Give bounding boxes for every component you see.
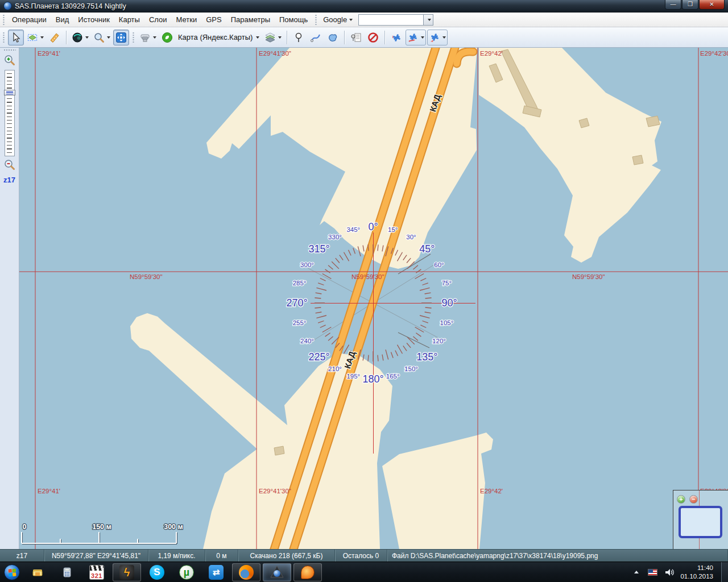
chevron-down-icon (107, 36, 110, 39)
menu-layers[interactable]: Слои (144, 14, 172, 26)
ruler-button[interactable] (47, 30, 63, 45)
menu-gps[interactable]: GPS (201, 14, 226, 26)
show-desktop-button[interactable] (721, 562, 728, 582)
taskbar-winamp-button[interactable]: ϟ (113, 563, 141, 581)
placemark-manager-button[interactable] (348, 30, 364, 45)
compass-label-60: 60° (434, 261, 444, 268)
compass-label-315: 315° (309, 243, 330, 255)
compass-label-75: 75° (442, 280, 452, 286)
explorer-icon (32, 567, 43, 578)
gps-track-icon (407, 32, 419, 43)
keyboard-layout-icon[interactable] (648, 569, 657, 576)
device-icon (139, 32, 151, 43)
menu-placemarks[interactable]: Метки (172, 14, 202, 26)
show-hidden-icons-button[interactable] (634, 571, 639, 573)
chevron-down-icon (40, 36, 44, 39)
tray-date: 01.10.2013 (680, 572, 713, 580)
compass-label-225: 225° (309, 351, 330, 363)
chevron-down-icon (442, 36, 446, 39)
taskbar-explorer-button[interactable] (23, 563, 52, 582)
lat-label-3: N59°59'30" (572, 273, 605, 280)
fill-map-button[interactable] (70, 30, 90, 45)
title-bar[interactable]: SAS.Планета 130929.7514 Nightly — ❐ ✕ (0, 0, 728, 13)
search-input[interactable] (359, 15, 423, 25)
chevron-down-icon (349, 19, 353, 21)
zoom-slider-handle[interactable] (4, 90, 15, 95)
calculator-icon (61, 567, 73, 578)
gps-connect-button[interactable] (388, 30, 404, 45)
compass-label-105: 105° (440, 319, 454, 326)
map-selector-label[interactable]: Карта (Яндекс.Карты) (178, 33, 253, 41)
window-title: SAS.Планета 130929.7514 Nightly (15, 2, 126, 10)
selection-tool-button[interactable] (25, 30, 46, 45)
menu-settings[interactable]: Параметры (226, 14, 275, 26)
google-search-selector[interactable]: Google (320, 14, 356, 25)
yandex-maps-icon (162, 32, 173, 43)
compass-label-330: 330° (328, 234, 342, 240)
compass-label-120: 120° (432, 338, 446, 344)
combo-dropdown-button[interactable] (423, 15, 433, 25)
search-combobox[interactable] (358, 14, 433, 26)
zoom-out-button[interactable] (3, 159, 16, 171)
gps-track-button[interactable] (406, 30, 426, 45)
compass-label-255: 255° (293, 319, 307, 326)
fullscreen-button[interactable] (113, 30, 129, 45)
zoom-slider[interactable] (5, 70, 15, 156)
lon-label-top-1: E29°41' (38, 50, 60, 57)
taskbar-mpc-button[interactable]: 321 (82, 563, 111, 582)
chevron-down-icon (278, 36, 282, 39)
minimap-viewport-rect[interactable] (679, 506, 722, 538)
menu-maps[interactable]: Карты (114, 14, 144, 26)
minimap-zoom-in-button[interactable]: + (677, 495, 685, 504)
zoom-in-button[interactable] (3, 54, 16, 66)
close-button[interactable]: ✕ (699, 0, 725, 10)
pan-cursor-button[interactable] (8, 30, 24, 45)
toolbar-separator (384, 31, 385, 44)
gps-marker-button[interactable] (427, 30, 448, 45)
chevron-down-icon (85, 36, 89, 39)
map-view[interactable]: 0°15°30°45°60°75°90°105°120°135°150°165°… (19, 48, 728, 549)
compass-label-345: 345° (346, 226, 360, 233)
magnifier-icon (93, 32, 105, 43)
taskbar-utorrent-button[interactable]: µ (172, 563, 201, 582)
toolbar-separator (344, 31, 345, 44)
taskbar-gom-button[interactable] (293, 563, 322, 581)
hide-placemarks-button[interactable] (365, 30, 381, 45)
menu-operations[interactable]: Операции (7, 14, 51, 26)
minimap-zoom-out-button[interactable]: − (689, 495, 698, 504)
taskbar-teamviewer-button[interactable]: ⇄ (201, 563, 231, 582)
path-icon (310, 32, 321, 43)
volume-icon[interactable] (664, 568, 675, 577)
start-button[interactable] (1, 563, 23, 582)
menu-view[interactable]: Вид (51, 14, 74, 26)
restore-button[interactable]: ❐ (682, 0, 698, 10)
globe-icon (72, 32, 83, 43)
minimap-panel[interactable]: + − (673, 490, 728, 549)
taskbar-sasplanet-button[interactable] (263, 563, 291, 581)
compass-label-150: 150° (404, 365, 418, 372)
gps-satellite-icon (391, 32, 402, 43)
layers-button[interactable] (263, 30, 283, 45)
add-path-button[interactable] (308, 30, 324, 45)
taskbar-skype-button[interactable]: S (142, 563, 172, 582)
taskbar-calculator-button[interactable] (52, 563, 82, 582)
cursor-icon (10, 32, 22, 43)
map-source-icon-button[interactable] (159, 30, 175, 45)
menu-help[interactable]: Помощь (275, 14, 312, 26)
add-placemark-button[interactable] (291, 30, 307, 45)
clock[interactable]: 11:40 01.10.2013 (680, 564, 713, 580)
download-manager-button[interactable] (138, 30, 158, 45)
taskbar-firefox-button[interactable] (232, 563, 260, 581)
add-polygon-button[interactable] (325, 30, 341, 45)
placemark-icon (293, 32, 304, 43)
windows-logo-icon (4, 564, 20, 580)
scale-label-150: 150 м (92, 523, 111, 531)
clapperboard-icon (90, 566, 104, 571)
compass-label-240: 240° (300, 338, 314, 344)
zoom-tool-button[interactable] (92, 30, 112, 45)
ruler-icon (49, 32, 60, 43)
minimize-button[interactable]: — (665, 0, 681, 10)
toolbar-separator (287, 31, 287, 44)
menu-source[interactable]: Источник (73, 14, 114, 26)
gom-player-icon (301, 566, 315, 579)
